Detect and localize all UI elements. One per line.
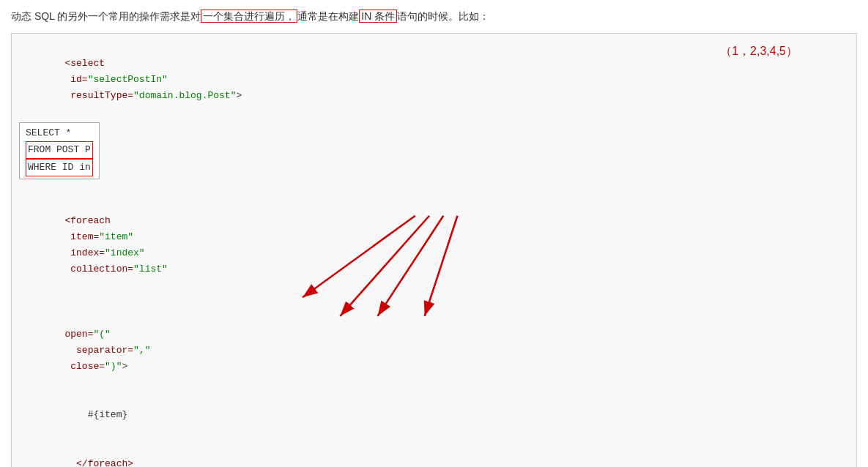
intro-text: 动态 SQL 的另外一个常用的操作需求是对一个集合进行遍历，通常是在构建IN 条… (11, 7, 857, 26)
code-item: #{item} (19, 391, 849, 439)
intro-middle: 通常是在构建 (297, 10, 359, 22)
intro-after: 语句的时候。比如： (397, 10, 489, 22)
code-foreach-close: </foreach> (19, 439, 849, 467)
intro-highlight2: IN 条件 (359, 10, 397, 23)
sql-from: FROM POST P (26, 141, 93, 159)
code-foreach-params: open="(" separator="," close=")"> (19, 294, 849, 392)
intro-highlight1: 一个集合进行遍历， (201, 10, 297, 23)
sql-select: SELECT * (26, 125, 93, 141)
code-block-wrapper: <select id="selectPostIn" resultType="do… (11, 33, 857, 467)
annotation-label: （1，2,3,4,5） (720, 41, 798, 61)
intro-before: 动态 SQL 的另外一个常用的操作需求是对 (11, 10, 201, 22)
code-block: <select id="selectPostIn" resultType="do… (11, 33, 857, 467)
sql-inner-block: SELECT * FROM POST P WHERE ID in (19, 122, 100, 179)
code-foreach-open: <foreach item="item" index="index" colle… (19, 181, 849, 294)
sql-where: WHERE ID in (26, 159, 93, 176)
